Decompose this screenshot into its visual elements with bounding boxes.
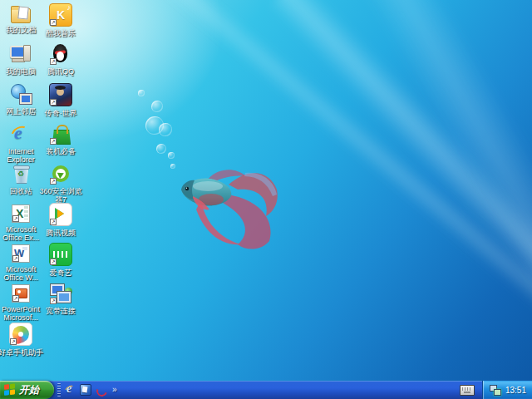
- shortcut-arrow-badge: [50, 138, 57, 145]
- chuanqi-shijie-icon: [49, 83, 72, 106]
- shortcut-arrow-badge: [12, 295, 19, 302]
- shortcut-arrow-badge: [12, 255, 19, 262]
- desktop-icon-label: 爱奇艺: [37, 268, 84, 277]
- desktop-icon-ms-word[interactable]: Microsoft Office W...: [2, 243, 40, 282]
- shortcut-arrow-badge: [50, 58, 57, 65]
- quick-launch-internet-explorer-icon[interactable]: [64, 384, 76, 397]
- system-tray: 13:51: [482, 381, 532, 399]
- shortcut-arrow-badge: [50, 19, 57, 26]
- broadband-connection-icon: [50, 283, 71, 304]
- taskbar-clock[interactable]: 13:51: [505, 386, 526, 395]
- desktop-icon-chuanqi-shijie[interactable]: 传奇·世界: [42, 83, 80, 117]
- desktop-icon-label: 宽带连接: [37, 307, 84, 315]
- desktop-icon-360-browser[interactable]: 360安全浏览器7: [42, 163, 80, 204]
- desktop-icon-grid: 我的文档酷我音乐我的电脑腾讯QQ网上邻居传奇·世界Internet Explor…: [2, 0, 93, 381]
- quick-launch-media-player-icon[interactable]: [95, 384, 107, 397]
- quick-launch-overflow-chevron[interactable]: »: [111, 386, 119, 394]
- network-places-icon: [10, 83, 32, 105]
- desktop-icon-zhuangji-bibei[interactable]: 装机必备: [42, 123, 80, 155]
- shortcut-arrow-badge: [50, 298, 57, 304]
- bubble: [156, 144, 166, 154]
- start-label: 开始: [19, 383, 39, 397]
- light-ray: [358, 0, 532, 399]
- desktop-wallpaper: 我的文档酷我音乐我的电脑腾讯QQ网上邻居传奇·世界Internet Explor…: [0, 0, 532, 399]
- recycle-bin-icon: [10, 163, 32, 185]
- internet-explorer-icon: [10, 123, 32, 145]
- bubble: [168, 152, 175, 159]
- desktop-icon-ms-powerpoint[interactable]: PowerPoint Microsof...: [2, 283, 40, 322]
- bubble: [170, 164, 175, 169]
- shortcut-arrow-badge: [50, 259, 57, 265]
- bubble: [138, 90, 145, 96]
- network-tray-icon[interactable]: [490, 385, 501, 396]
- zhuangji-bibei-icon: [50, 123, 71, 145]
- shortcut-arrow-badge: [50, 99, 57, 106]
- desktop-icon-my-computer[interactable]: 我的电脑: [2, 43, 40, 76]
- desktop-icon-label: 腾讯QQ: [37, 67, 84, 76]
- desktop-icon-my-documents[interactable]: 我的文档: [2, 3, 40, 34]
- input-method-keyboard-icon[interactable]: [460, 385, 475, 396]
- desktop-icon-tencent-qq[interactable]: 腾讯QQ: [42, 43, 80, 76]
- desktop-icon-haozhuo-assistant[interactable]: 好卓手机助手: [2, 323, 40, 357]
- ms-word-icon: [12, 244, 30, 263]
- haozhuo-assistant-icon: [9, 323, 32, 346]
- desktop-icon-ms-excel[interactable]: Microsoft Office Ex...: [2, 203, 40, 242]
- iqiyi-icon: [49, 243, 72, 266]
- shortcut-arrow-badge: [50, 219, 57, 225]
- ms-powerpoint-icon: [12, 284, 30, 303]
- shortcut-arrow-badge: [50, 178, 57, 185]
- shortcut-arrow-badge: [10, 338, 17, 345]
- desktop-icon-iqiyi[interactable]: 爱奇艺: [42, 243, 80, 277]
- desktop-icon-network-places[interactable]: 网上邻居: [2, 83, 40, 116]
- tencent-video-icon: [49, 203, 72, 226]
- desktop-icon-recycle-bin[interactable]: 回收站: [2, 163, 40, 195]
- shortcut-arrow-badge: [12, 215, 19, 222]
- desktop-icon-internet-explorer[interactable]: Internet Explorer: [2, 123, 40, 164]
- betta-fish: [166, 158, 283, 254]
- desktop-icon-label: 360安全浏览器7: [37, 187, 84, 204]
- windows-logo-icon: [4, 383, 16, 396]
- ms-excel-icon: [12, 204, 30, 223]
- taskbar: 开始 » 13:51: [0, 381, 532, 399]
- desktop-icon-label: 传奇·世界: [37, 109, 84, 117]
- bubble: [151, 101, 163, 112]
- light-ray: [268, 0, 532, 399]
- quick-launch-bar: »: [61, 384, 122, 397]
- kuwo-music-icon: [49, 3, 72, 27]
- desktop-icon-label: 好卓手机助手: [0, 348, 44, 357]
- desktop-icon-kuwo-music[interactable]: 酷我音乐: [42, 3, 80, 37]
- my-documents-icon: [11, 8, 31, 23]
- start-button[interactable]: 开始: [0, 381, 54, 399]
- tencent-qq-icon: [50, 43, 71, 65]
- quick-launch-show-desktop-icon[interactable]: [80, 384, 91, 396]
- desktop-icon-label: 装机必备: [37, 147, 84, 155]
- 360-browser-icon: [50, 163, 71, 185]
- desktop-icon-broadband-connection[interactable]: 宽带连接: [42, 283, 80, 315]
- bubble: [159, 123, 172, 136]
- my-computer-icon: [10, 43, 32, 65]
- desktop-icon-tencent-video[interactable]: 腾讯视频: [42, 203, 80, 237]
- desktop-icon-label: 腾讯视频: [37, 229, 84, 237]
- desktop-icon-label: 酷我音乐: [37, 29, 84, 37]
